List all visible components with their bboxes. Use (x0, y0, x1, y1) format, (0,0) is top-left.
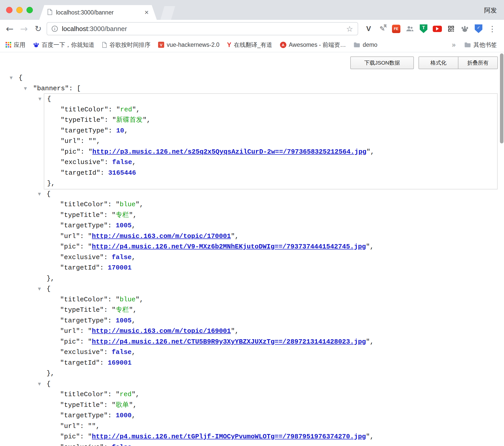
json-property-line: "titleColor": "red", (44, 105, 497, 115)
json-property-line: "targetType": 1005, (44, 316, 498, 326)
browser-tab[interactable]: localhost:3000/banner × (39, 5, 157, 20)
json-property-line: "targetType": 1005, (44, 220, 498, 231)
page-favicon-icon (47, 9, 52, 16)
collapse-arrow-icon[interactable]: ▼ (38, 379, 41, 390)
json-url-link[interactable]: http://p3.music.126.net/s25q2x5QyqsAzilC… (92, 148, 367, 156)
json-tree: ▼{▼"banners": [▼{"titleColor": "red","ty… (0, 52, 504, 446)
extension-vimium-icon[interactable]: V (363, 23, 374, 35)
bookmark-label: vue-hackernews-2.0 (167, 41, 219, 48)
bookmark-youdao[interactable]: Y 在线翻译_有道 (227, 41, 272, 49)
json-url-link[interactable]: http://p4.music.126.net/CTU5B9R9y3XyYBZX… (92, 338, 366, 346)
vertical-scrollbar-thumb[interactable] (500, 53, 503, 143)
object-open-line: ▼{ (44, 94, 497, 105)
new-tab-button[interactable] (160, 6, 175, 20)
forward-button[interactable]: → (18, 20, 30, 38)
tab-title: localhost:3000/banner (56, 9, 141, 16)
banner-object: ▼{"titleColor": "red","typeTitle": "新碟首发… (44, 93, 498, 189)
baidu-paw-icon (33, 42, 39, 48)
collapse-arrow-icon[interactable]: ▼ (38, 189, 41, 200)
page-icon (102, 42, 107, 48)
collapse-arrow-icon[interactable]: ▼ (24, 83, 27, 94)
json-property-line: "targetId": 170001 (44, 263, 498, 273)
bookmark-demo-folder[interactable]: demo (354, 41, 377, 48)
bookmark-awesomes[interactable]: A Awesomes - 前端资… (280, 41, 346, 49)
collapse-arrow-icon[interactable]: ▼ (10, 73, 13, 83)
bookmark-label: 其他书签 (473, 41, 497, 49)
json-property-line: "targetType": 10, (44, 126, 497, 136)
bookmark-apps[interactable]: 应用 (6, 41, 25, 49)
apps-grid-icon (6, 42, 11, 48)
json-array-line: ▼"banners": [ (0, 83, 504, 94)
json-url-link[interactable]: http://p4.music.126.net/V9-MXz6b2MNhEKju… (92, 243, 366, 250)
json-property-line: "exclusive": false, (44, 347, 498, 358)
json-property-line: "pic": "http://p3.music.126.net/s25q2x5Q… (44, 147, 497, 157)
json-property-line: "typeTitle": "专栏", (44, 305, 498, 316)
json-property-line: "typeTitle": "新碟首发", (44, 115, 497, 126)
bookmark-label: 应用 (14, 41, 25, 49)
profile-name[interactable]: 阿发 (484, 6, 497, 14)
json-property-line: "url": "http://music.163.com/m/topic/170… (44, 231, 498, 242)
bookmark-label: 百度一下，你就知道 (42, 41, 94, 49)
bookmarks-bar: 应用 百度一下，你就知道 谷歌按时间排序 V vue-hackernews-2.… (0, 38, 504, 52)
extension-qrcode-icon[interactable] (446, 23, 456, 35)
bookmarks-overflow-chevron[interactable]: » (452, 41, 456, 49)
browser-window: localhost:3000/banner × 阿发 ← → ↻ i local… (0, 0, 504, 446)
json-property-line: "exclusive": false, (44, 252, 498, 263)
navigation-bar: ← → ↻ i localhost:3000/banner ☆ V ✎英 FE … (0, 20, 504, 38)
json-property-line: "url": "", (44, 136, 497, 147)
bookmark-google-sort[interactable]: 谷歌按时间排序 (102, 41, 150, 49)
bookmark-label: 在线翻译_有道 (234, 41, 272, 49)
back-button[interactable]: ← (4, 20, 16, 38)
zoom-window-button[interactable] (26, 7, 33, 13)
collapse-arrow-icon[interactable]: ▼ (38, 94, 41, 105)
extension-paw-icon[interactable] (460, 23, 470, 35)
bookmark-label: demo (363, 41, 377, 48)
json-property-line: "exclusive": false, (44, 157, 497, 168)
json-root-line: ▼{ (0, 73, 504, 83)
vue-icon: V (158, 42, 164, 48)
json-url-link[interactable]: http://music.163.com/m/topic/169001 (92, 327, 231, 335)
page-info-icon[interactable]: i (52, 26, 58, 32)
collapse-arrow-icon[interactable]: ▼ (38, 284, 41, 294)
json-property-line: "pic": "http://p4.music.126.net/V9-MXz6b… (44, 242, 498, 252)
object-close-line: }, (44, 273, 498, 284)
bookmark-star-icon[interactable]: ☆ (346, 24, 353, 33)
json-url-link[interactable]: http://p4.music.126.net/tGPljf-IMOCyPvum… (92, 433, 366, 440)
extension-people-icon[interactable] (405, 23, 415, 35)
extension-fe-icon[interactable]: FE (391, 23, 401, 35)
json-property-line: "url": "", (44, 421, 498, 432)
json-property-line: "exclusive": false, (44, 442, 498, 446)
json-property-line: "typeTitle": "专栏", (44, 210, 498, 221)
bookmark-label: Awesomes - 前端资… (289, 41, 346, 49)
extension-shield-check-icon[interactable]: ✓ (473, 23, 484, 35)
extension-tshield-icon[interactable]: T (418, 23, 429, 35)
url-text: localhost:3000/banner (62, 25, 127, 33)
extension-translate-icon[interactable]: ✎英 (377, 23, 387, 35)
object-open-line: ▼{ (44, 284, 498, 294)
browser-menu-icon[interactable]: ⋮ (487, 23, 497, 35)
reload-button[interactable]: ↻ (32, 20, 44, 38)
json-property-line: "targetId": 169001 (44, 358, 498, 368)
banner-object: ▼{"titleColor": "red","typeTitle": "歌单",… (44, 379, 498, 446)
youdao-icon: Y (227, 41, 231, 49)
json-property-line: "typeTitle": "歌单", (44, 400, 498, 411)
extension-youtube-icon[interactable] (432, 23, 442, 35)
tab-close-icon[interactable]: × (145, 9, 149, 16)
bookmark-label: 谷歌按时间排序 (109, 41, 150, 49)
object-open-line: ▼{ (44, 379, 498, 390)
json-property-line: "pic": "http://p4.music.126.net/tGPljf-I… (44, 432, 498, 442)
other-bookmarks-folder[interactable]: 其他书签 (464, 41, 497, 49)
json-url-link[interactable]: http://music.163.com/m/topic/170001 (92, 232, 231, 240)
bookmark-vue-hackernews[interactable]: V vue-hackernews-2.0 (158, 41, 219, 48)
minimize-window-button[interactable] (16, 7, 23, 13)
bookmark-baidu[interactable]: 百度一下，你就知道 (33, 41, 94, 49)
json-property-line: "targetId": 3165446 (44, 168, 497, 179)
json-property-line: "titleColor": "blue", (44, 294, 498, 305)
close-window-button[interactable] (6, 7, 12, 13)
banner-object: ▼{"titleColor": "blue","typeTitle": "专栏"… (44, 189, 498, 284)
json-property-line: "url": "http://music.163.com/m/topic/169… (44, 326, 498, 337)
awesomes-icon: A (280, 42, 286, 48)
json-property-line: "pic": "http://p4.music.126.net/CTU5B9R9… (44, 337, 498, 347)
page-content: 下载JSON数据 格式化 折叠所有 ▼{▼"banners": [▼{"titl… (0, 52, 504, 446)
address-bar[interactable]: i localhost:3000/banner ☆ (47, 22, 358, 35)
